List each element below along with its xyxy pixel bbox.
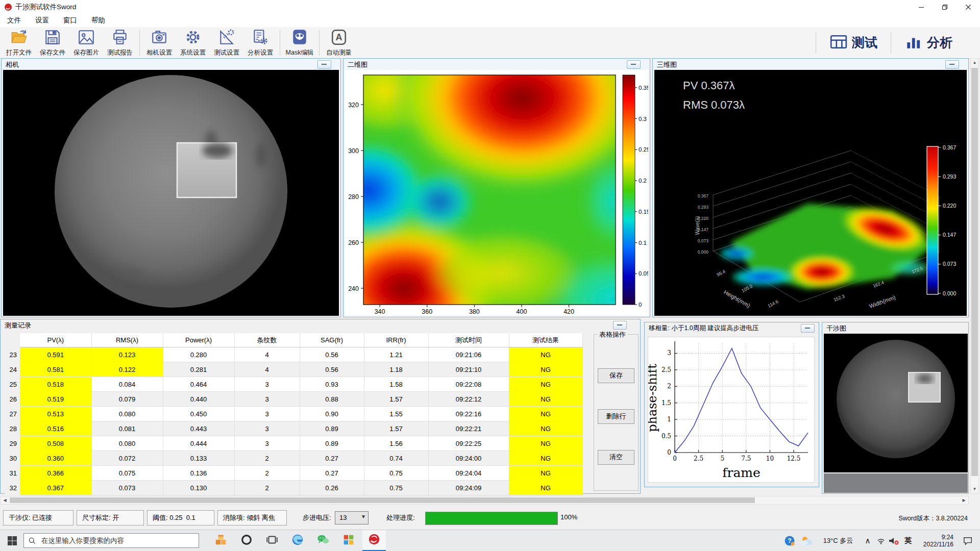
start-button-icon[interactable] [6, 535, 18, 546]
tray-date: 2022/11/16 [923, 541, 953, 548]
restore-button[interactable] [933, 0, 957, 14]
colorbar-2d [623, 75, 635, 305]
column-header[interactable]: 测试结果 [509, 333, 582, 347]
svg-text:260: 260 [348, 239, 359, 246]
vscroll-down-icon[interactable]: ▼ [971, 485, 978, 493]
chevron-down-icon: ▼ [361, 514, 366, 519]
hscroll-thumb[interactable] [10, 497, 755, 503]
help-tray-icon[interactable]: ? [782, 530, 797, 551]
column-header[interactable]: PV(λ) [20, 333, 91, 347]
input-language-indicator[interactable]: 英 [901, 530, 915, 551]
weather-icon[interactable] [798, 530, 816, 551]
menu-item-帮助[interactable]: 帮助 [84, 14, 112, 27]
close-button[interactable] [957, 0, 980, 14]
taskbar: ? 13°C 多云 ∧ 英 9:24 2022/11/16 [0, 530, 980, 551]
cell-irr: 1.57 [364, 421, 428, 436]
toolbar-button-open-folder[interactable]: 打开文件 [2, 29, 36, 57]
vertical-scrollbar[interactable]: ▲ ▼ [970, 58, 979, 494]
cell-time: 09:22:25 [428, 436, 509, 451]
table-row[interactable]: 230.5910.1230.28040.561.2109:21:06NG [5, 347, 582, 362]
vscroll-thumb[interactable] [971, 68, 978, 476]
svg-text:0.35: 0.35 [639, 85, 648, 91]
table-row[interactable]: 320.3670.0730.13020.260.7509:24:09NG [5, 481, 582, 495]
version-label: Sword版本：3.8.200224 [899, 514, 968, 523]
minimize-button[interactable] [910, 0, 933, 14]
map3d-minimize-button[interactable] [945, 60, 959, 69]
column-header[interactable]: SAG(fr) [300, 333, 364, 347]
toolbar-button-save-file[interactable]: 保存文件 [36, 29, 69, 57]
cell-result: NG [509, 436, 582, 451]
tray-expand-icon[interactable]: ∧ [862, 530, 874, 551]
column-header[interactable]: IRR(fr) [364, 333, 428, 347]
table-row[interactable]: 300.3600.0720.13320.270.7409:24:00NG [5, 451, 582, 466]
horizontal-scrollbar[interactable]: ◀ ▶ [0, 496, 969, 505]
mode-button-test-grid[interactable]: 测试 [816, 31, 891, 55]
cell-time: 09:22:21 [428, 421, 509, 436]
phase-minimize-button[interactable] [801, 324, 815, 333]
svg-text:3: 3 [667, 349, 671, 357]
cell-sag: 0.27 [300, 451, 364, 466]
svg-text:0.000: 0.000 [698, 249, 709, 255]
taskbar-app-packages[interactable] [209, 530, 233, 551]
test-grid-icon [829, 34, 852, 52]
ops-button-删除行[interactable]: 删除行 [598, 409, 634, 424]
taskbar-clock[interactable]: 9:24 2022/11/16 [916, 530, 953, 551]
table-row[interactable]: 310.3660.0750.13620.270.7509:24:04NG [5, 466, 582, 481]
column-header[interactable]: RMS(λ) [91, 333, 163, 347]
network-icon[interactable] [875, 530, 887, 551]
taskbar-app-sword-app[interactable] [362, 530, 386, 551]
toolbar-button-printer[interactable]: 测试报告 [103, 29, 137, 57]
toolbar-button-auto-a[interactable]: A自动测量 [322, 29, 356, 57]
toolbar-button-ruler-gear[interactable]: 测试设置 [210, 29, 243, 57]
volume-muted-icon[interactable] [887, 530, 900, 551]
cell-sag: 0.88 [300, 392, 364, 407]
table-row[interactable]: 280.5160.0810.44330.891.5709:22:21NG [5, 421, 582, 436]
menu-bar: 文件设置窗口帮助 [0, 14, 980, 28]
toolbar-button-save-image[interactable]: 保存图片 [69, 29, 103, 57]
ops-button-保存[interactable]: 保存 [598, 368, 634, 383]
column-header[interactable]: 条纹数 [234, 333, 300, 347]
taskbar-search[interactable] [23, 533, 199, 548]
table-row[interactable]: 270.5130.0800.45030.901.5509:22:16NG [5, 407, 582, 421]
taskbar-app-edge[interactable] [286, 530, 309, 551]
svg-text:2.5: 2.5 [662, 366, 671, 373]
taskbar-app-store-grid[interactable] [337, 530, 360, 551]
column-header[interactable]: Power(λ) [163, 333, 234, 347]
scroll-left-icon[interactable]: ◀ [1, 496, 9, 504]
column-header[interactable]: 测试时间 [428, 333, 509, 347]
vscroll-up-icon[interactable]: ▲ [971, 59, 978, 67]
table-row[interactable]: 240.5810.1220.28140.561.1809:21:10NG [5, 362, 582, 377]
svg-text:320: 320 [348, 102, 359, 109]
table-row[interactable]: 260.5190.0790.44030.881.5709:22:12NG [5, 392, 582, 407]
toolbar-button-camera[interactable]: 相机设置 [142, 29, 176, 57]
cell-pv: 0.518 [20, 377, 91, 392]
ops-button-清空[interactable]: 清空 [598, 450, 634, 465]
search-input[interactable] [40, 536, 199, 545]
action-center-icon[interactable] [960, 530, 976, 551]
menu-item-窗口[interactable]: 窗口 [56, 14, 84, 27]
cell-rms: 0.073 [91, 481, 163, 495]
menu-item-设置[interactable]: 设置 [28, 14, 56, 27]
table-row[interactable]: 290.5080.0800.44430.891.5609:22:25NG [5, 436, 582, 451]
menu-item-文件[interactable]: 文件 [0, 14, 28, 27]
toolbar-button-doc-gear[interactable]: 分析设置 [243, 29, 277, 57]
cell-fringes: 4 [234, 347, 300, 362]
step-voltage-dropdown[interactable]: 13 ▼ [335, 511, 369, 524]
table-row[interactable]: 250.5180.0840.46430.931.5809:22:08NG [5, 377, 582, 392]
taskbar-app-wechat[interactable] [311, 530, 335, 551]
toolbar-button-gear[interactable]: 系统设置 [176, 29, 210, 57]
cell-power: 0.450 [163, 407, 234, 421]
records-minimize-button[interactable] [613, 321, 627, 330]
scroll-right-icon[interactable]: ▶ [960, 496, 968, 504]
map2d-minimize-button[interactable] [627, 60, 641, 69]
map2d-panel-title: 二维图 [348, 61, 368, 68]
taskbar-app-task-view[interactable] [260, 530, 284, 551]
cell-time: 09:24:00 [428, 451, 509, 466]
row-index: 27 [5, 407, 20, 421]
toolbar-button-label: Mask编辑 [286, 48, 314, 57]
taskbar-app-dark-ring[interactable] [235, 530, 258, 551]
weather-text[interactable]: 13°C 多云 [817, 530, 860, 551]
mode-button-analysis-bars[interactable]: 分析 [891, 31, 966, 55]
toolbar-button-mask[interactable]: Mask编辑 [283, 29, 316, 57]
camera-minimize-button[interactable] [317, 60, 331, 69]
